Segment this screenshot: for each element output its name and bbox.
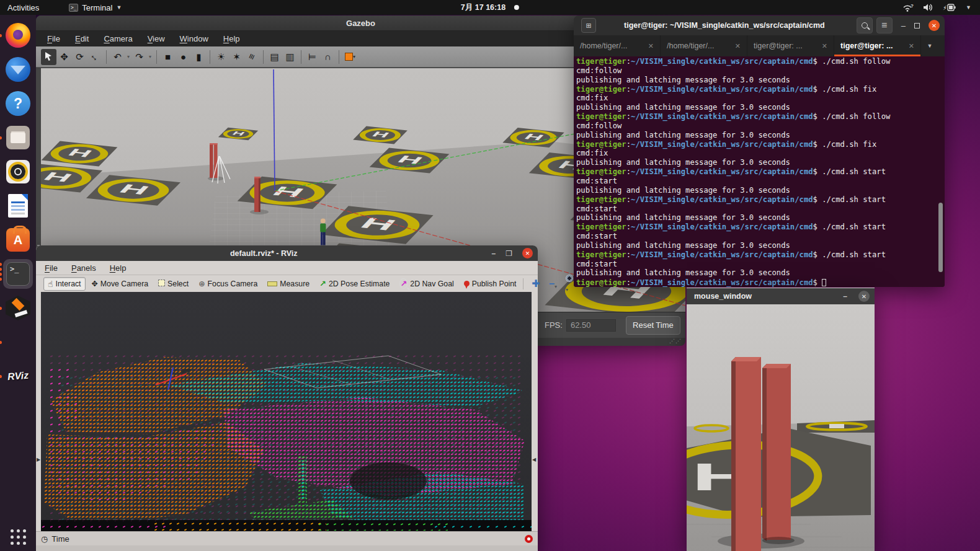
app-menu-button[interactable]: >_ Terminal ▼ [69, 3, 122, 12]
expand-right-icon[interactable]: ▶ [37, 457, 40, 462]
tool-select[interactable]: Select [154, 278, 192, 289]
spot-light-icon[interactable]: ✶ [229, 49, 244, 65]
tool-2d-nav-goal[interactable]: ↗2D Nav Goal [396, 278, 457, 289]
align-icon[interactable]: ⊨ [305, 49, 320, 65]
sphere-icon[interactable]: ● [176, 49, 191, 65]
right-panel-splitter[interactable]: ◀ [532, 292, 538, 531]
maximize-icon[interactable] [914, 21, 920, 30]
tab-close-icon[interactable]: ✕ [735, 42, 741, 50]
scale-icon[interactable]: ↔ [87, 49, 103, 65]
rviz-toolbar[interactable]: ☝Interact✥Move CameraSelect⊕Focus Camera… [36, 275, 538, 292]
tool-publish-point[interactable]: Publish Point [460, 278, 520, 289]
close-icon[interactable]: ✕ [858, 291, 870, 302]
dock-item-help[interactable]: ? [3, 89, 33, 118]
snap-icon[interactable]: ∩ [320, 49, 336, 65]
terminal-scrollbar[interactable] [938, 203, 943, 272]
tool-focus-camera[interactable]: ⊕Focus Camera [195, 278, 261, 289]
tool-properties-button[interactable]: ▾ [566, 275, 573, 293]
minimize-icon[interactable]: – [492, 249, 496, 258]
terminal-tab-2[interactable]: /home/tiger/...✕ [661, 35, 747, 56]
tool-move-camera[interactable]: ✥Move Camera [88, 278, 153, 289]
copy-icon[interactable]: ▤ [267, 49, 282, 65]
undo-icon[interactable]: ↶ [110, 49, 125, 65]
rviz-3d-viewport[interactable] [41, 292, 532, 531]
dock-item-thunderbird[interactable] [3, 55, 33, 84]
cylinder-icon[interactable]: ▮ [191, 49, 207, 65]
redo-icon[interactable]: ↷ [131, 49, 147, 65]
reset-time-button[interactable]: Reset Time [626, 316, 680, 335]
terminal-line: publishing and latching message for 3.0 … [576, 131, 945, 140]
dock-item-firefox[interactable] [3, 20, 33, 50]
dock-item-software[interactable]: A [3, 225, 33, 255]
tab-list-dropdown[interactable]: ▼ [921, 35, 938, 56]
show-applications-icon[interactable] [11, 529, 26, 545]
tool-2d-pose-estimate[interactable]: ↗2D Pose Estimate [316, 278, 393, 289]
system-tray[interactable]: ? ⚡ ▼ [902, 3, 971, 12]
dock-item-rviz[interactable]: RViz [3, 361, 33, 391]
expand-left-icon[interactable]: ◀ [532, 457, 536, 462]
box-icon[interactable]: ■ [160, 49, 176, 65]
menu-file[interactable]: File [45, 263, 58, 273]
resize-grip-icon[interactable]: ⋰⋰ [669, 338, 682, 344]
menu-window[interactable]: Window [180, 34, 208, 43]
tool-interact[interactable]: ☝Interact [43, 277, 86, 291]
remove-tool-button[interactable]: −▾ [549, 278, 557, 289]
paste-icon[interactable]: ▥ [282, 49, 298, 65]
tool-measure[interactable]: Measure [264, 278, 313, 289]
menu-panels[interactable]: Panels [71, 263, 96, 273]
firefox-icon [6, 23, 30, 48]
dock-item-hidden-app[interactable] [3, 327, 33, 357]
tab-close-icon[interactable]: ✕ [909, 42, 914, 50]
terminal-tab-3[interactable]: tiger@tiger: ...✕ [747, 35, 834, 56]
terminal-title: tiger@tiger: ~/VISIM_single/catkin_ws/sr… [596, 21, 853, 30]
menu-button[interactable]: ≡ [876, 17, 893, 33]
mouse-window-viewport[interactable]: H [687, 304, 875, 551]
dock-item-rhythmbox[interactable] [3, 157, 33, 187]
menu-camera[interactable]: Camera [104, 34, 132, 43]
volume-icon [923, 3, 933, 12]
dock-item-files[interactable] [3, 123, 33, 152]
terminal-line: tiger@tiger:~/VISIM_single/catkin_ws/src… [576, 57, 945, 66]
redo-menu-icon[interactable]: ▾ [147, 49, 153, 65]
clock-area[interactable]: 7月 17 16:18 [461, 0, 519, 15]
terminal-tab-4[interactable]: tiger@tiger: ...✕ [834, 35, 921, 56]
menu-help[interactable]: Help [110, 263, 127, 273]
minimize-icon[interactable]: – [901, 21, 906, 30]
terminal-line: publishing and latching message for 3.0 … [576, 186, 945, 195]
select-box-icon [158, 280, 165, 288]
tab-label: tiger@tiger: ... [840, 42, 893, 50]
terminal-screen[interactable]: tiger@tiger:~/VISIM_single/catkin_ws/src… [574, 56, 945, 287]
undo-menu-icon[interactable]: ▾ [125, 49, 131, 65]
left-panel-splitter[interactable]: ▶ [36, 292, 41, 531]
menu-help[interactable]: Help [223, 34, 240, 43]
gazebo-icon [6, 296, 30, 320]
translate-icon[interactable]: ✥ [56, 49, 72, 65]
activities-button[interactable]: Activities [7, 3, 39, 12]
rotate-icon[interactable]: ⟳ [72, 49, 87, 65]
tab-close-icon[interactable]: ✕ [822, 42, 827, 50]
point-light-icon[interactable]: ☀ [213, 49, 229, 65]
minimize-icon[interactable]: – [843, 292, 847, 301]
new-tab-button[interactable]: ⊞ [581, 18, 596, 33]
directional-light-icon[interactable]: ≡ [244, 49, 260, 65]
menu-view[interactable]: View [148, 34, 165, 43]
dock-item-libreoffice[interactable] [3, 191, 33, 221]
dock-item-terminal[interactable]: >_ [3, 259, 33, 289]
terminal-tabbar[interactable]: /home/tiger/...✕/home/tiger/...✕tiger@ti… [574, 35, 945, 56]
libreoffice-writer-icon [8, 194, 28, 218]
close-icon[interactable]: ✕ [522, 248, 533, 258]
select-cursor-icon[interactable] [41, 49, 56, 65]
tab-close-icon[interactable]: ✕ [648, 42, 654, 50]
add-tool-button[interactable]: ✚ [532, 278, 540, 289]
rviz-menubar[interactable]: FilePanelsHelp [36, 261, 538, 275]
view-angle-icon[interactable]: ▾ [342, 49, 358, 65]
menu-file[interactable]: File [47, 34, 60, 43]
dock-item-gazebo[interactable] [3, 293, 33, 323]
search-button[interactable] [857, 17, 873, 33]
panel-close-icon[interactable] [525, 535, 533, 543]
terminal-tab-1[interactable]: /home/tiger/...✕ [574, 35, 661, 56]
files-icon [6, 126, 30, 149]
close-icon[interactable]: ✕ [929, 20, 940, 31]
maximize-icon[interactable]: ❒ [506, 249, 512, 258]
menu-edit[interactable]: Edit [75, 34, 89, 43]
